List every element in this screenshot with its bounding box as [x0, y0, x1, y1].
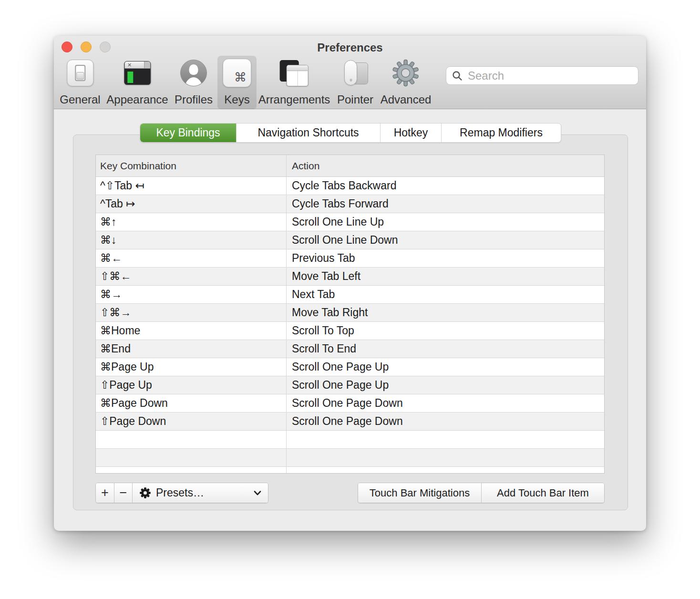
action-cell: Scroll One Page Down: [287, 394, 604, 412]
table-header: Key Combination Action: [96, 155, 604, 177]
chevron-down-icon: [254, 491, 261, 496]
table-row[interactable]: ⇧⌘← Move Tab Left: [96, 268, 604, 286]
action-cell: Scroll One Page Down: [287, 413, 604, 430]
action-cell: [287, 431, 604, 448]
titlebar-toolbar: Preferences General ✕ Appearance Profile…: [54, 36, 646, 109]
remove-binding-button[interactable]: −: [114, 483, 132, 503]
appearance-icon: ✕: [124, 57, 151, 89]
toolbar-item-appearance[interactable]: ✕ Appearance: [101, 56, 173, 109]
action-cell: Move Tab Left: [287, 268, 604, 285]
key-combination-cell: ⌘←: [96, 249, 287, 267]
search-field[interactable]: [446, 66, 638, 85]
key-bindings-table: Key Combination Action ^⇧Tab ↤ Cycle Tab…: [95, 155, 605, 474]
table-row[interactable]: ⌘↑ Scroll One Line Up: [96, 213, 604, 231]
gear-icon: [139, 487, 151, 499]
table-row[interactable]: ⌘← Previous Tab: [96, 249, 604, 268]
keys-tab-bar: Key Bindings Navigation Shortcuts Hotkey…: [140, 123, 561, 143]
search-icon: [452, 71, 463, 81]
key-combination-cell: [96, 449, 287, 466]
toolbar-item-profiles[interactable]: Profiles: [169, 56, 218, 109]
action-cell: Scroll To End: [287, 340, 604, 358]
key-combination-cell: ⌘End: [96, 340, 287, 358]
search-input[interactable]: [467, 69, 632, 83]
general-icon: [67, 57, 93, 89]
table-row[interactable]: ⇧Page Up Scroll One Page Up: [96, 376, 604, 394]
key-combination-cell: ⇧Page Down: [96, 413, 287, 430]
key-combination-cell: ⇧⌘←: [96, 268, 287, 285]
preferences-window: Preferences General ✕ Appearance Profile…: [54, 36, 646, 531]
tab-navigation-shortcuts[interactable]: Navigation Shortcuts: [236, 124, 380, 142]
table-row[interactable]: ⌘↓ Scroll One Line Down: [96, 231, 604, 249]
window-title: Preferences: [54, 41, 646, 54]
presets-label: Presets…: [156, 486, 204, 499]
profiles-person-icon: [180, 57, 207, 89]
table-row-empty[interactable]: [96, 467, 604, 474]
toolbar-item-general[interactable]: General: [54, 56, 105, 109]
table-row[interactable]: ⌘Page Down Scroll One Page Down: [96, 394, 604, 413]
action-cell: Scroll One Page Up: [287, 358, 604, 376]
toolbar-item-advanced[interactable]: Advanced: [375, 56, 437, 109]
key-combination-cell: ⇧⌘→: [96, 304, 287, 321]
action-cell: Scroll One Line Up: [287, 213, 604, 231]
toolbar-item-arrangements[interactable]: Arrangements: [253, 56, 336, 109]
table-row[interactable]: ⌘Home Scroll To Top: [96, 322, 604, 340]
action-cell: Next Tab: [287, 286, 604, 303]
table-edit-controls: + − Presets…: [95, 483, 268, 503]
tab-key-bindings[interactable]: Key Bindings: [140, 124, 236, 142]
key-combination-cell: ⌘↑: [96, 213, 287, 231]
action-cell: Cycle Tabs Forward: [287, 195, 604, 213]
action-cell: Cycle Tabs Backward: [287, 177, 604, 195]
key-combination-cell: ⌘→: [96, 286, 287, 303]
action-cell: [287, 449, 604, 466]
presets-dropdown[interactable]: Presets…: [132, 483, 268, 503]
tab-remap-modifiers[interactable]: Remap Modifiers: [441, 124, 561, 142]
key-combination-cell: ^Tab ↦: [96, 195, 287, 213]
toolbar-item-keys[interactable]: ⌘ Keys: [217, 56, 257, 109]
action-cell: [287, 467, 604, 474]
table-row[interactable]: ⇧⌘→ Move Tab Right: [96, 304, 604, 322]
action-cell: Move Tab Right: [287, 304, 604, 321]
key-combination-cell: [96, 467, 287, 474]
add-binding-button[interactable]: +: [96, 483, 114, 503]
action-cell: Previous Tab: [287, 249, 604, 267]
table-row[interactable]: ^Tab ↦ Cycle Tabs Forward: [96, 195, 604, 213]
table-row[interactable]: ⌘Page Up Scroll One Page Up: [96, 358, 604, 376]
action-cell: Scroll One Line Down: [287, 231, 604, 249]
column-header-action[interactable]: Action: [287, 155, 604, 176]
table-row[interactable]: ⌘→ Next Tab: [96, 286, 604, 304]
key-combination-cell: ⌘Page Down: [96, 394, 287, 412]
table-row[interactable]: ⌘End Scroll To End: [96, 340, 604, 358]
table-body: ^⇧Tab ↤ Cycle Tabs Backward ^Tab ↦ Cycle…: [96, 177, 604, 474]
add-touch-bar-item-button[interactable]: Add Touch Bar Item: [481, 483, 604, 503]
table-row-empty[interactable]: [96, 449, 604, 467]
table-row-empty[interactable]: [96, 431, 604, 449]
touch-bar-controls: Touch Bar Mitigations Add Touch Bar Item: [358, 483, 605, 503]
key-combination-cell: ⇧Page Up: [96, 376, 287, 394]
tab-hotkey[interactable]: Hotkey: [380, 124, 441, 142]
column-header-key-combination[interactable]: Key Combination: [96, 155, 287, 176]
toolbar-item-pointer[interactable]: Pointer: [332, 56, 379, 109]
key-combination-cell: ^⇧Tab ↤: [96, 177, 287, 195]
key-combination-cell: ⌘Page Up: [96, 358, 287, 376]
advanced-gear-icon: [392, 57, 420, 89]
table-row[interactable]: ^⇧Tab ↤ Cycle Tabs Backward: [96, 177, 604, 195]
keys-keycap-icon: ⌘: [223, 57, 251, 89]
action-cell: Scroll One Page Up: [287, 376, 604, 394]
key-combination-cell: ⌘↓: [96, 231, 287, 249]
arrangements-windows-icon: [280, 57, 309, 89]
key-combination-cell: [96, 431, 287, 448]
touch-bar-mitigations-button[interactable]: Touch Bar Mitigations: [358, 483, 481, 503]
pointer-mouse-icon: [341, 57, 369, 89]
table-row[interactable]: ⇧Page Down Scroll One Page Down: [96, 413, 604, 431]
key-combination-cell: ⌘Home: [96, 322, 287, 340]
action-cell: Scroll To Top: [287, 322, 604, 340]
